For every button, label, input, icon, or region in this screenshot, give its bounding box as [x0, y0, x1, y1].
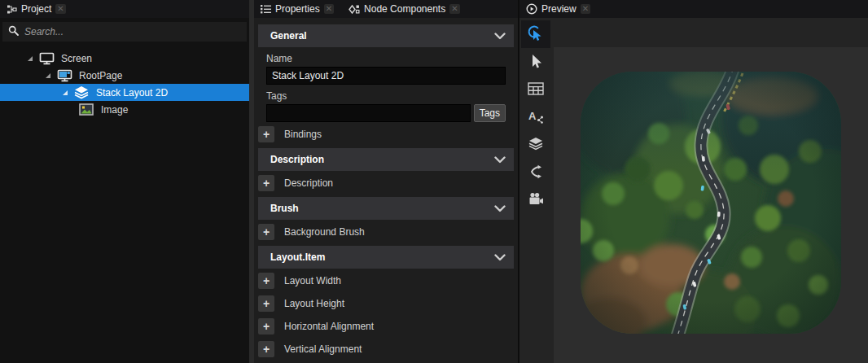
camera-tool-button[interactable] — [521, 186, 550, 214]
tab-properties[interactable]: Properties ✕ — [254, 0, 340, 18]
expander-icon[interactable] — [46, 73, 50, 78]
select-tool-button[interactable] — [521, 48, 550, 76]
add-horizontal-alignment-button[interactable]: + — [258, 318, 274, 335]
add-binding-button[interactable]: + — [258, 126, 274, 142]
preview-canvas[interactable] — [554, 47, 868, 363]
add-vertical-alignment-button[interactable]: + — [258, 341, 274, 357]
tab-project-label: Project — [21, 3, 51, 15]
stack-layout-icon — [73, 85, 90, 99]
tab-properties-label: Properties — [275, 3, 320, 15]
layers-icon — [528, 137, 544, 153]
play-circle-icon — [526, 3, 537, 15]
preview-toolbar: A — [519, 18, 554, 363]
add-background-brush-button[interactable]: + — [258, 224, 274, 240]
tree-item-label: Screen — [61, 53, 92, 64]
vertical-alignment-label: Vertical Alignment — [284, 343, 362, 355]
grid-icon — [528, 82, 544, 98]
vertical-alignment-row: + Vertical Alignment — [254, 339, 518, 360]
expander-icon[interactable] — [63, 90, 68, 95]
branch-arrows-icon — [528, 164, 544, 182]
text-binding-icon: A — [528, 109, 544, 126]
svg-text:A: A — [528, 110, 537, 122]
tags-field: Tags Tags — [266, 85, 506, 122]
layout-width-label: Layout Width — [284, 275, 341, 286]
add-layout-width-button[interactable]: + — [258, 273, 274, 289]
tree-item-stack-layout-2d[interactable]: Stack Layout 2D — [0, 84, 249, 101]
application-window: Project ✕ Screen — [0, 0, 868, 363]
bindings-label: Bindings — [284, 129, 322, 140]
project-icon — [7, 4, 17, 15]
tab-node-components[interactable]: Node Components ✕ — [342, 0, 466, 18]
tab-node-components-label: Node Components — [364, 3, 445, 15]
interact-tool-button[interactable] — [521, 20, 550, 48]
layout-height-label: Layout Height — [284, 298, 344, 309]
node-components-icon — [349, 4, 360, 15]
tab-preview-close-icon[interactable]: ✕ — [581, 4, 590, 14]
tree-item-label: Stack Layout 2D — [96, 87, 168, 98]
pointer-click-icon — [527, 24, 545, 45]
tags-button[interactable]: Tags — [474, 104, 506, 122]
connections-tool-button[interactable] — [521, 159, 550, 186]
expander-icon[interactable] — [28, 56, 33, 61]
tree-item-screen[interactable]: Screen — [0, 50, 249, 67]
rootpage-icon — [56, 69, 72, 82]
search-box[interactable] — [2, 22, 247, 42]
search-input[interactable] — [24, 26, 241, 37]
preview-tabbar: Preview ✕ — [519, 0, 868, 18]
section-description[interactable]: Description — [258, 148, 514, 171]
tree-item-label: RootPage — [79, 70, 122, 81]
name-label: Name — [266, 47, 506, 67]
project-tree: Screen RootPage Stack Layout 2D — [0, 46, 249, 363]
section-brush[interactable]: Brush — [258, 197, 514, 220]
chevron-down-icon[interactable] — [494, 33, 506, 40]
layout-height-row: + Layout Height — [254, 293, 518, 314]
section-description-title: Description — [270, 154, 324, 165]
chevron-down-icon[interactable] — [494, 254, 506, 261]
add-description-button[interactable]: + — [258, 175, 274, 191]
text-tool-button[interactable]: A — [521, 103, 550, 131]
tags-label: Tags — [266, 85, 506, 104]
preview-image — [581, 72, 841, 334]
section-general-title: General — [270, 30, 307, 42]
layers-tool-button[interactable] — [521, 131, 550, 159]
layout-width-row: + Layout Width — [254, 270, 518, 291]
screen-icon — [38, 52, 55, 65]
bindings-row: + Bindings — [254, 124, 518, 145]
preview-panel: Preview ✕ — [519, 0, 868, 363]
search-row — [0, 18, 249, 46]
project-tabbar: Project ✕ — [0, 0, 249, 18]
tags-input[interactable] — [266, 104, 471, 122]
arrow-cursor-icon — [528, 53, 544, 72]
name-field: Name — [266, 47, 506, 85]
tab-project-close-icon[interactable]: ✕ — [55, 4, 65, 14]
chevron-down-icon[interactable] — [494, 205, 506, 212]
tab-properties-close-icon[interactable]: ✕ — [324, 4, 334, 14]
chevron-down-icon[interactable] — [494, 156, 506, 164]
tab-node-components-close-icon[interactable]: ✕ — [449, 4, 459, 14]
tree-item-label: Image — [101, 104, 128, 116]
tab-preview[interactable]: Preview ✕ — [519, 0, 597, 18]
add-layout-height-button[interactable]: + — [258, 295, 274, 312]
properties-panel: Properties ✕ Node Components ✕ General N — [254, 0, 518, 363]
grid-tool-button[interactable] — [521, 76, 550, 103]
tree-item-rootpage[interactable]: RootPage — [0, 67, 249, 84]
properties-list-icon — [261, 4, 271, 14]
preview-canvas-area — [554, 18, 868, 363]
background-brush-row: + Background Brush — [254, 221, 518, 243]
section-layout-item[interactable]: Layout.Item — [258, 246, 514, 269]
horizontal-alignment-label: Horizontal Alignment — [284, 321, 374, 332]
image-icon — [78, 103, 94, 116]
description-row-label: Description — [284, 177, 333, 189]
background-brush-label: Background Brush — [284, 226, 365, 238]
section-brush-title: Brush — [270, 203, 299, 214]
properties-content: General Name Tags Tags + Bindings — [254, 18, 518, 363]
camera-icon — [528, 192, 544, 208]
properties-tabbar: Properties ✕ Node Components ✕ — [254, 0, 518, 18]
name-input[interactable] — [266, 67, 506, 85]
search-icon — [8, 25, 19, 38]
tree-item-image[interactable]: Image — [0, 101, 249, 118]
project-panel: Project ✕ Screen — [0, 0, 249, 363]
section-general[interactable]: General — [258, 24, 514, 47]
tab-project[interactable]: Project ✕ — [0, 0, 72, 18]
horizontal-alignment-row: + Horizontal Alignment — [254, 316, 518, 337]
